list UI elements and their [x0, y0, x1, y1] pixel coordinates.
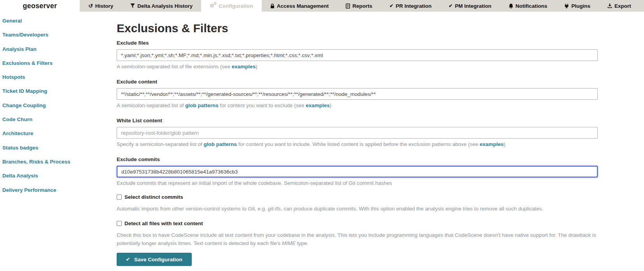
plug-icon	[564, 3, 569, 9]
tab-notifications[interactable]: Notifications	[500, 0, 556, 12]
sidebar-item-delivery-performance[interactable]: Delivery Performance	[2, 187, 115, 201]
tab-label: Plugins	[571, 3, 590, 9]
whitelist-content-help: Specify a semicolon-separated list of gl…	[117, 141, 598, 148]
gears-icon: ⚙⚙	[210, 3, 216, 9]
glob-patterns-link[interactable]: glob patterns	[204, 141, 237, 147]
examples-link[interactable]: examples	[306, 102, 330, 108]
tab-pr-integration[interactable]: ✔ PR Integration	[381, 0, 440, 12]
exclude-content-label: Exclude content	[117, 79, 598, 85]
tab-export[interactable]: Export	[599, 0, 640, 12]
tab-label: Notifications	[516, 3, 548, 9]
exclude-files-label: Exclude files	[117, 40, 598, 46]
exclude-commits-input[interactable]	[117, 166, 598, 177]
select-distinct-commits-checkbox[interactable]	[117, 195, 122, 200]
tab-label: Access Management	[277, 3, 329, 9]
select-distinct-commits-help: Automatic imports from other version-con…	[117, 205, 598, 213]
sidebar-item-general[interactable]: General	[2, 18, 115, 32]
sidebar-item-change-coupling[interactable]: Change Coupling	[2, 102, 115, 116]
sidebar-item-analysis-plan[interactable]: Analysis Plan	[2, 46, 115, 60]
examples-link[interactable]: examples	[480, 141, 504, 147]
detect-text-content-row: Detect all files with text content	[117, 221, 598, 226]
tab-label: PM Integration	[455, 3, 492, 9]
tab-label: Configuration	[219, 3, 253, 9]
bell-icon	[509, 3, 513, 9]
whitelist-content-group: White List content Specify a semicolon-s…	[117, 118, 598, 148]
page-title: Exclusions & Filters	[117, 22, 598, 35]
sidebar-item-status-badges[interactable]: Status badges	[2, 145, 115, 159]
exclude-files-group: Exclude files A semicolon-separated list…	[117, 40, 598, 70]
sidebar-item-delta-analysis[interactable]: Delta Analysis	[2, 173, 115, 187]
filter-icon	[130, 3, 135, 8]
sidebar-item-exclusions-filters[interactable]: Exclusions & Filters	[2, 60, 115, 74]
tab-delete[interactable]: Delete	[640, 0, 644, 12]
exclude-content-group: Exclude content A semicolon-separated li…	[117, 79, 598, 109]
config-sidebar: General Teams/Developers Analysis Plan E…	[0, 12, 115, 201]
exclude-commits-label: Exclude commits	[117, 156, 598, 163]
tab-label: Reports	[352, 3, 372, 9]
main-content: Exclusions & Filters Exclude files A sem…	[117, 12, 598, 266]
exclude-commits-group: Exclude commits Exclude commits that rep…	[117, 156, 598, 186]
check-icon: ✔	[389, 3, 393, 8]
report-icon	[346, 3, 350, 9]
exclude-files-input[interactable]	[117, 49, 598, 61]
exclude-content-help: A semicolon-separated list of glob patte…	[117, 102, 598, 109]
sidebar-item-architecture[interactable]: Architecture	[2, 130, 115, 144]
sidebar-item-ticket-id-mapping[interactable]: Ticket ID Mapping	[2, 88, 115, 102]
tab-label: Delta Analysis History	[137, 3, 192, 9]
tab-history[interactable]: ↺ History	[80, 0, 122, 12]
detect-text-content-help: Check this box to have CodeScene include…	[117, 231, 598, 247]
whitelist-content-input[interactable]	[117, 127, 598, 139]
sidebar-item-code-churn[interactable]: Code Churn	[2, 116, 115, 130]
lock-icon	[270, 3, 275, 9]
detect-text-content-label[interactable]: Detect all files with text content	[124, 221, 203, 226]
whitelist-content-label: White List content	[117, 118, 598, 124]
tab-delta-analysis-history[interactable]: Delta Analysis History	[122, 0, 201, 12]
exclude-commits-help: Exclude commits that represent an initia…	[117, 180, 598, 186]
check-icon: ✔	[449, 3, 453, 8]
download-icon	[607, 3, 612, 8]
tab-plugins[interactable]: Plugins	[556, 0, 599, 12]
tab-label: Export	[614, 3, 631, 9]
select-distinct-commits-label[interactable]: Select distinct commits	[124, 194, 183, 200]
history-icon: ↺	[88, 3, 93, 9]
tab-label: History	[95, 3, 114, 9]
nav-tabs: ↺ History Delta Analysis History ⚙⚙ Conf…	[80, 0, 644, 12]
tab-access-management[interactable]: Access Management	[262, 0, 338, 12]
tab-reports[interactable]: Reports	[337, 0, 381, 12]
tab-label: PR Integration	[396, 3, 431, 9]
exclude-content-input[interactable]	[117, 88, 598, 100]
top-bar: geoserver ↺ History Delta Analysis Histo…	[0, 0, 644, 12]
exclude-files-help: A semicolon-separated list of file exten…	[117, 64, 598, 70]
sidebar-item-branches-risks-process[interactable]: Branches, Risks & Process	[2, 159, 115, 173]
tab-pm-integration[interactable]: ✔ PM Integration	[440, 0, 500, 12]
project-name[interactable]: geoserver	[0, 0, 80, 12]
save-configuration-button[interactable]: ✔ Save Configuration	[117, 253, 192, 266]
check-icon: ✔	[126, 257, 130, 262]
sidebar-item-hotspots[interactable]: Hotspots	[2, 74, 115, 88]
glob-patterns-link[interactable]: glob patterns	[185, 102, 219, 108]
detect-text-content-checkbox[interactable]	[117, 221, 122, 226]
examples-link[interactable]: examples	[232, 64, 256, 69]
tab-configuration[interactable]: ⚙⚙ Configuration	[201, 0, 261, 12]
sidebar-item-teams-developers[interactable]: Teams/Developers	[2, 32, 115, 46]
save-configuration-label: Save Configuration	[134, 257, 182, 262]
select-distinct-commits-row: Select distinct commits	[117, 194, 598, 200]
